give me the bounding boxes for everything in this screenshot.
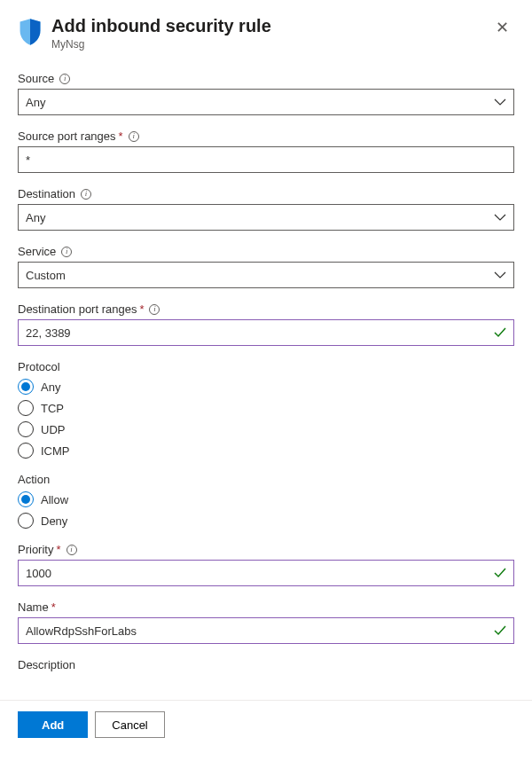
add-button[interactable]: Add — [18, 711, 88, 738]
label-service: Service — [18, 245, 56, 258]
priority-input[interactable] — [26, 567, 506, 580]
radio-label: UDP — [41, 423, 65, 436]
chevron-down-icon — [494, 271, 506, 279]
radio-circle-icon — [18, 400, 34, 416]
radio-option[interactable]: Deny — [18, 513, 514, 529]
panel-header: Add inbound security rule MyNsg ✕ — [0, 0, 532, 51]
label-destination: Destination — [18, 187, 75, 200]
required-marker: * — [139, 302, 144, 316]
info-icon[interactable]: i — [149, 304, 160, 315]
radio-circle-icon — [18, 421, 34, 437]
radio-option[interactable]: Allow — [18, 491, 514, 507]
service-select[interactable]: Custom — [18, 262, 514, 288]
close-icon[interactable]: ✕ — [490, 16, 514, 39]
label-source: Source — [18, 72, 54, 85]
label-source-port-ranges: Source port ranges — [18, 129, 116, 143]
info-icon[interactable]: i — [59, 74, 70, 84]
source-port-ranges-input[interactable] — [26, 153, 506, 167]
chevron-down-icon — [494, 213, 506, 222]
check-icon — [494, 625, 506, 636]
label-description: Description — [18, 658, 75, 671]
name-input-wrapper — [18, 617, 514, 644]
source-select[interactable]: Any — [18, 89, 514, 115]
radio-circle-icon — [18, 443, 34, 459]
dest-port-ranges-input-wrapper — [18, 319, 514, 346]
radio-option[interactable]: UDP — [18, 421, 514, 437]
source-port-ranges-input-wrapper — [18, 146, 514, 173]
priority-input-wrapper — [18, 560, 514, 586]
page-subtitle: MyNsg — [51, 38, 490, 51]
radio-label: Allow — [41, 493, 68, 506]
source-select-value: Any — [26, 96, 45, 109]
required-marker: * — [119, 129, 123, 143]
label-name: Name — [18, 600, 49, 614]
radio-label: Any — [41, 381, 60, 394]
info-icon[interactable]: i — [129, 131, 139, 142]
label-priority: Priority — [18, 543, 53, 556]
action-radio-group: AllowDeny — [18, 491, 514, 529]
footer-bar: Add Cancel — [0, 700, 532, 750]
radio-label: Deny — [41, 514, 67, 528]
label-dest-port-ranges: Destination port ranges — [18, 302, 137, 316]
chevron-down-icon — [494, 98, 506, 106]
info-icon[interactable]: i — [61, 247, 72, 257]
service-select-value: Custom — [26, 269, 66, 282]
required-marker: * — [56, 543, 60, 556]
radio-option[interactable]: TCP — [18, 400, 514, 416]
radio-circle-icon — [18, 379, 34, 395]
required-marker: * — [51, 600, 56, 614]
page-title: Add inbound security rule — [51, 16, 490, 36]
radio-circle-icon — [18, 513, 34, 529]
label-action: Action — [18, 473, 50, 486]
radio-label: ICMP — [41, 444, 70, 458]
destination-select-value: Any — [26, 211, 45, 224]
cancel-button[interactable]: Cancel — [95, 711, 164, 738]
label-protocol: Protocol — [18, 360, 60, 373]
radio-label: TCP — [41, 402, 64, 415]
dest-port-ranges-input[interactable] — [26, 326, 506, 340]
protocol-radio-group: AnyTCPUDPICMP — [18, 379, 514, 459]
check-icon — [494, 327, 506, 338]
info-icon[interactable]: i — [66, 545, 77, 555]
radio-option[interactable]: ICMP — [18, 443, 514, 459]
name-input[interactable] — [26, 624, 506, 638]
info-icon[interactable]: i — [81, 189, 91, 200]
radio-circle-icon — [18, 491, 34, 507]
check-icon — [494, 568, 506, 578]
destination-select[interactable]: Any — [18, 204, 514, 231]
form-body: Source i Any Source port ranges * i Dest… — [0, 51, 532, 700]
radio-option[interactable]: Any — [18, 379, 514, 395]
shield-icon — [18, 18, 43, 46]
